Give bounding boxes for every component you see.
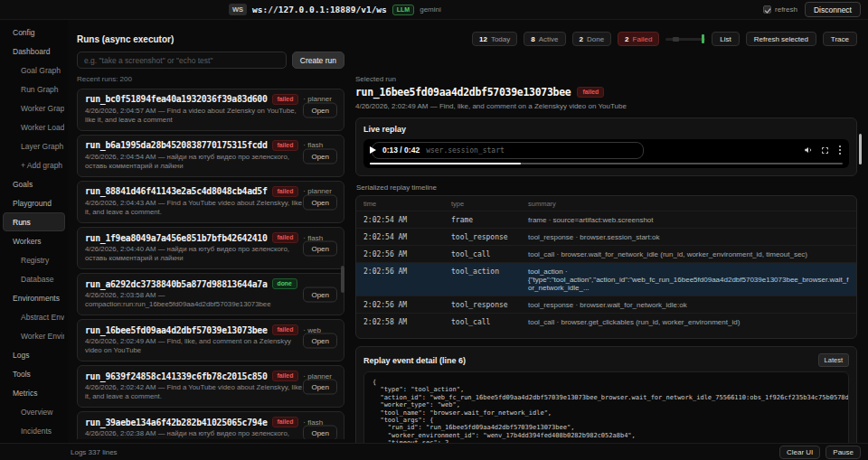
run-list-item[interactable]: run_16bee5fd09aa4d2dbf57039e13073bee fai… [77, 319, 344, 361]
filter-active[interactable]: 8 Active [524, 32, 565, 46]
run-status-badge: failed [272, 232, 299, 243]
kebab-menu-icon[interactable] [839, 149, 842, 152]
run-list-scrollbar[interactable] [341, 266, 344, 293]
sidebar-item[interactable]: Incidents [3, 421, 65, 440]
run-status-badge: failed [272, 94, 299, 105]
run-open-button[interactable]: Open [303, 286, 337, 302]
run-open-button[interactable]: Open [303, 240, 337, 256]
sidebar-item[interactable]: Tools [3, 364, 65, 383]
disconnect-button[interactable]: Disconnect [805, 2, 861, 17]
sidebar-item[interactable]: + Add graph [3, 155, 65, 174]
selected-run-panel: Selected run run_16bee5fd09aa4d2dbf57039… [355, 52, 857, 443]
run-status-badge: failed [272, 324, 299, 335]
filter-done[interactable]: 2 Done [572, 32, 612, 46]
run-id: run_9639f24858c141339c6fb78c2015c850 [85, 371, 268, 381]
run-open-button[interactable]: Open [303, 379, 337, 394]
filter-failed[interactable]: 2 Failed [618, 32, 659, 46]
refresh-checkbox-icon[interactable] [763, 5, 771, 14]
activity-slider[interactable] [665, 33, 705, 44]
sidebar-item[interactable]: Worker Enviro... [3, 326, 65, 345]
run-open-button[interactable]: Open [303, 194, 337, 210]
right-panel-scrollbar[interactable] [859, 134, 862, 164]
timeline-row[interactable]: 2:02:58 AM tool_call tool_call · browser… [356, 314, 856, 331]
run-open-button[interactable]: Open [303, 102, 337, 117]
filter-failed-count: 2 [625, 35, 628, 43]
run-list-item[interactable]: run_39aebe134a6f42b282b41025065c794e fai… [77, 411, 344, 439]
run-id: run_16bee5fd09aa4d2dbf57039e13073bee [85, 325, 268, 335]
run-list-item[interactable]: run_a6292dc3738840b5a877d98813644a7a don… [77, 273, 344, 315]
run-list-item[interactable]: run_9639f24858c141339c6fb78c2015c850 fai… [77, 365, 344, 408]
trace-button[interactable]: Trace [823, 32, 857, 46]
sidebar-item[interactable]: Overview [3, 402, 65, 421]
filter-failed-label: Failed [633, 35, 653, 43]
sidebar-item[interactable]: Database [3, 269, 65, 288]
timeline-row-type: tool_response [444, 296, 521, 314]
timeline-row[interactable]: 2:02:54 AM tool_response tool_response ·… [356, 229, 856, 246]
statusbar: Logs 337 lines Clear UI Pause [0, 443, 868, 460]
run-description: 4/26/2026, 2:02:38 AM — найди на ютуб ви… [85, 429, 304, 439]
timeline-row-summary: tool_response · browser.session_start:ok [521, 229, 856, 246]
sidebar-item[interactable]: Runs [3, 212, 65, 231]
play-icon[interactable] [370, 146, 376, 154]
filter-active-count: 8 [531, 35, 534, 43]
slider-handle[interactable] [702, 34, 704, 43]
refresh-selected-button[interactable]: Refresh selected [746, 32, 816, 46]
sidebar-item[interactable]: Workers [3, 231, 65, 250]
sidebar-item[interactable]: Dashboard [3, 42, 65, 61]
sidebar-item[interactable]: Worker Load ... [3, 117, 65, 136]
clear-ui-button[interactable]: Clear UI [779, 446, 820, 459]
sidebar-item[interactable]: Registry [3, 250, 65, 269]
volume-icon[interactable] [804, 146, 813, 155]
sidebar-item[interactable]: Run Graph [3, 80, 65, 99]
create-run-button[interactable]: Create run [292, 52, 344, 69]
timeline-row[interactable]: 2:02:56 AM tool_action tool_action · {"t… [356, 263, 856, 296]
timeline-row-summary: tool_response · browser.wait_for_network… [521, 296, 856, 314]
timeline-row[interactable]: 2:02:54 AM frame frame · source=artifact… [356, 211, 856, 229]
run-list-item[interactable]: run_88841d46f41143e2a5c4d8048cb4ad5f fai… [77, 181, 344, 223]
run-status-badge: failed [272, 186, 299, 197]
sidebar-item[interactable]: Abstract Envir... [3, 307, 65, 326]
sidebar: ConfigDashboardGoal GraphRun GraphWorker… [0, 20, 68, 443]
list-view-button[interactable]: List [712, 32, 739, 46]
run-open-button[interactable]: Open [303, 333, 337, 348]
video-timecode: 0:13 / 0:42 [382, 146, 420, 155]
run-status-badge: failed [272, 417, 299, 427]
run-description: 4/26/2026, 2:02:42 AM — Find a YouTube v… [85, 383, 304, 401]
create-run-input[interactable] [77, 52, 287, 69]
sidebar-item[interactable]: Worker Graph [3, 99, 65, 117]
filter-today-label: Today [491, 35, 510, 43]
run-list-item[interactable]: run_b6a1995da28b4520838770175315fcdd fai… [77, 135, 344, 177]
selected-run-meta: 4/26/2026, 2:02:49 AM — Find, like, and … [355, 102, 857, 110]
timeline-row-summary: tool_action · {"type":"tool_action","act… [521, 263, 856, 296]
replay-video-player[interactable]: 0:13 / 0:42 wser.session_start [363, 139, 849, 168]
event-detail-title: Replay event detail (line 6) [363, 356, 466, 365]
timeline-row[interactable]: 2:02:56 AM tool_response tool_response ·… [356, 296, 856, 314]
sidebar-item[interactable]: Metrics [3, 383, 65, 402]
run-list-item[interactable]: run_1f9ea8049a7a456e851b7bfb42642410 fai… [77, 227, 344, 269]
sidebar-item[interactable]: Logs [3, 345, 65, 364]
sidebar-item[interactable]: Layer Graph [3, 136, 65, 155]
run-id: run_a6292dc3738840b5a877d98813644a7a [85, 279, 268, 289]
filter-today[interactable]: 12 Today [472, 32, 517, 46]
timeline-row-time: 2:02:54 AM [356, 229, 444, 246]
run-description: 4/26/2026, 2:02:49 AM — Find, like, and … [85, 337, 304, 355]
refresh-toggle[interactable]: refresh [763, 5, 797, 14]
sidebar-item[interactable]: Goals [3, 174, 65, 193]
latest-button[interactable]: Latest [818, 353, 849, 367]
timeline-row-type: tool_call [444, 314, 521, 331]
sidebar-item[interactable]: Environments [3, 288, 65, 307]
slider-thumb[interactable] [673, 37, 679, 42]
video-progress-bar[interactable] [370, 163, 843, 165]
pause-button[interactable]: Pause [826, 446, 861, 459]
sidebar-item[interactable]: Goal Graph [3, 61, 65, 80]
timeline-row[interactable]: 2:02:56 AM tool_call tool_call · browser… [356, 246, 856, 263]
run-status-badge: done [272, 278, 297, 289]
run-list-item[interactable]: run_bc0f51894fea40a1932036f39a83d600 fai… [77, 89, 344, 131]
sidebar-item[interactable]: Config [3, 23, 65, 42]
sidebar-item[interactable]: Playground [3, 193, 65, 212]
fullscreen-icon[interactable] [821, 146, 829, 155]
run-open-button[interactable]: Open [303, 148, 337, 164]
run-filters: 12 Today 8 Active 2 Done 2 Failed [472, 32, 857, 46]
run-open-button[interactable]: Open [303, 425, 337, 439]
run-description: 4/26/2026, 2:04:57 AM — Find a video abo… [85, 107, 304, 125]
